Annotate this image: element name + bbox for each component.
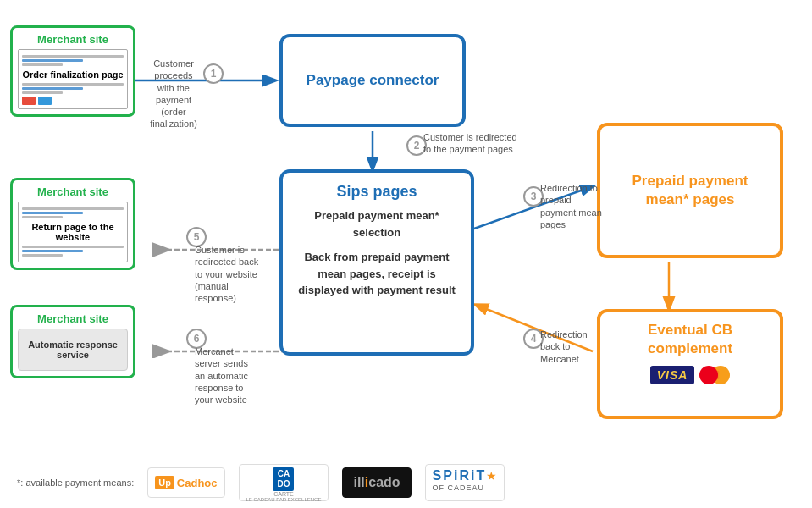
sips-title: Sips pages [293, 183, 461, 201]
merchant-title-2: Merchant site [18, 185, 128, 198]
footnote-text: *: available payment means: [17, 478, 134, 488]
visa-logo: VISA [650, 366, 695, 384]
cb-box: Eventual CB complement VISA [597, 309, 783, 419]
sips-line1: Prepaid payment mean* selection [293, 207, 461, 240]
merchant-box-3: Merchant site Automatic response service [10, 305, 135, 378]
step-1-label: Customer proceeds with the payment (orde… [144, 58, 203, 130]
cado-brand: CADO CARTE LE CADEAU PAR EXCELLENCE [239, 464, 329, 501]
cadhoc-brand: Up Cadhoc [147, 467, 224, 498]
step-4-label: Redirection back to Mercanet [540, 329, 608, 365]
merchant-title-3: Merchant site [18, 312, 128, 325]
step-3-label: Redirection to prepaid payment mean page… [540, 182, 608, 230]
merchant-label-2: Return page to the website [22, 222, 124, 242]
merchant-label-3: Automatic response service [18, 329, 128, 371]
spirit-brand: SPiRiT ★ OF CADEAU [425, 464, 505, 501]
doc-content-1: Order finalization page [18, 49, 128, 109]
doc-content-2: Return page to the website [18, 202, 128, 262]
cb-title: Eventual CB complement [609, 321, 771, 358]
step-1-circle: 1 [203, 64, 224, 84]
step-6-label: Mercanet server sends an automatic respo… [195, 345, 279, 406]
merchant-title-1: Merchant site [18, 33, 128, 46]
sips-line2: Back from prepaid payment mean pages, re… [293, 249, 461, 299]
prepaid-title: Prepaid payment mean* pages [609, 172, 771, 209]
mastercard-logo [699, 365, 730, 385]
paypage-box: Paypage connector [279, 34, 466, 127]
sips-box: Sips pages Prepaid payment mean* selecti… [279, 169, 474, 356]
merchant-box-2: Merchant site Return page to the website [10, 178, 135, 270]
card-logos: VISA [609, 365, 771, 385]
paypage-title: Paypage connector [307, 72, 439, 89]
step-5-label: Customer is redirected back to your webs… [195, 244, 279, 304]
prepaid-box: Prepaid payment mean* pages [597, 123, 783, 258]
footer: *: available payment means: Up Cadhoc CA… [0, 464, 812, 501]
merchant-label-1: Order finalization page [22, 69, 124, 80]
merchant-box-1: Merchant site Order finalization page [10, 25, 135, 117]
step-2-label: Customer is redirected to the payment pa… [423, 131, 525, 156]
illicado-brand: illicado [342, 467, 411, 498]
